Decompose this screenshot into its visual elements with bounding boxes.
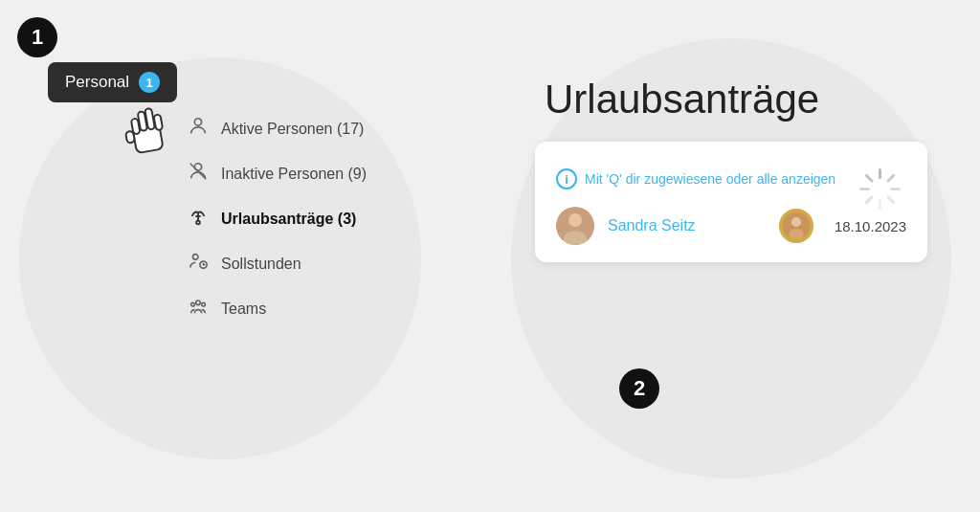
- clock-person-icon: [187, 251, 210, 277]
- panel-title: Urlaubsanträge: [535, 77, 927, 122]
- date-value: 18.10.2023: [835, 218, 906, 234]
- menu-item-aktive[interactable]: Aktive Personen (17): [177, 110, 376, 147]
- info-message: Mit 'Q' dir zugewiesene oder alle anzeig…: [585, 171, 835, 187]
- aktive-label: Aktive Personen (17): [221, 121, 364, 138]
- svg-line-22: [866, 197, 872, 203]
- svg-rect-5: [125, 131, 135, 144]
- personal-button[interactable]: Personal 1: [48, 62, 177, 102]
- svg-line-24: [866, 175, 872, 181]
- svg-point-29: [791, 217, 801, 227]
- person-avatar: [556, 207, 594, 245]
- svg-point-15: [191, 302, 195, 306]
- svg-rect-4: [153, 114, 163, 130]
- secondary-avatar-image: [783, 212, 810, 239]
- svg-line-20: [888, 197, 894, 203]
- beach-icon: [187, 206, 210, 232]
- menu-item-inaktive[interactable]: Inaktive Personen (9): [177, 155, 376, 192]
- menu-item-sollstunden[interactable]: Sollstunden: [177, 245, 376, 282]
- person-icon: [187, 116, 210, 142]
- svg-point-12: [193, 255, 199, 260]
- menu-item-teams[interactable]: Teams: [177, 290, 376, 327]
- svg-point-6: [194, 119, 201, 125]
- menu-item-urlaub[interactable]: Urlaubsanträge (3): [177, 200, 376, 237]
- step-badge-1: 1: [17, 17, 57, 57]
- step-badge-2: 2: [619, 368, 659, 409]
- info-icon: i: [556, 168, 577, 189]
- menu-container: Aktive Personen (17) Inaktive Personen (…: [177, 110, 376, 327]
- teams-icon: [187, 296, 210, 322]
- svg-point-14: [196, 301, 201, 305]
- svg-point-9: [196, 221, 200, 225]
- personal-label: Personal: [65, 73, 129, 92]
- svg-point-16: [202, 302, 206, 306]
- info-card: i Mit 'Q' dir zugewiesene oder alle anze…: [535, 142, 927, 262]
- person-name: Sandra Seitz: [608, 217, 696, 234]
- teams-label: Teams: [221, 301, 266, 318]
- svg-point-26: [568, 213, 582, 227]
- avatar-image: [556, 207, 594, 245]
- svg-line-18: [888, 175, 894, 181]
- urlaub-label: Urlaubsanträge (3): [221, 211, 356, 228]
- sollstunden-label: Sollstunden: [221, 256, 301, 273]
- person-off-icon: [187, 161, 210, 187]
- right-panel: Urlaubsanträge i Mit 'Q' dir zugewiesene…: [535, 77, 927, 262]
- svg-line-8: [190, 164, 207, 180]
- inaktive-label: Inaktive Personen (9): [221, 166, 367, 183]
- loading-spinner: [854, 163, 906, 215]
- secondary-avatar: [779, 209, 813, 243]
- notification-badge: 1: [139, 72, 160, 93]
